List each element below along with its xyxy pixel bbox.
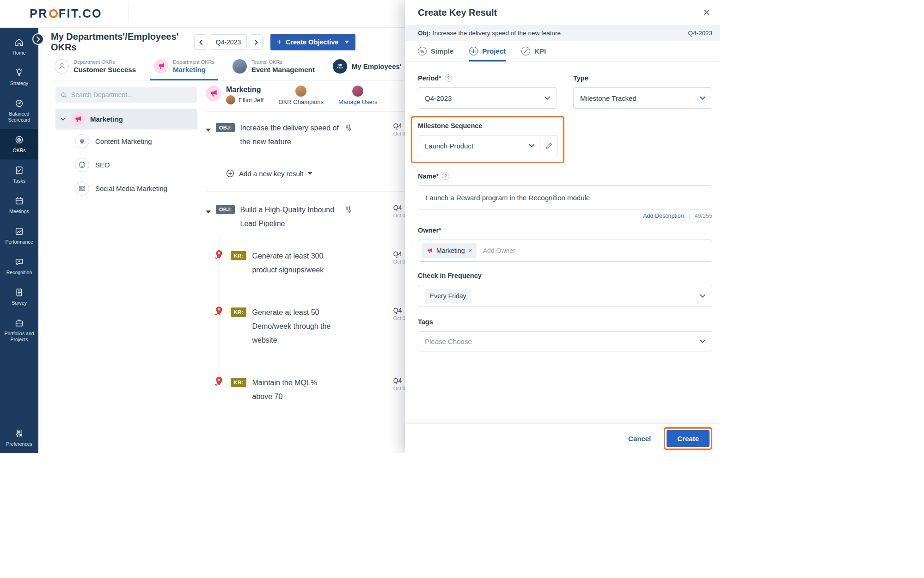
owner-placeholder: Add Owner — [483, 247, 515, 254]
key-result-date: Oct 0 — [393, 259, 405, 264]
annotation-highlight-milestone: Milestone Sequence Launch Product — [411, 116, 564, 163]
tree-item-content-marketing[interactable]: Content Marketing — [55, 129, 197, 153]
create-objective-button[interactable]: + Create Objective — [270, 34, 355, 50]
percent-icon: % — [418, 47, 427, 55]
chevron-down-icon — [344, 41, 349, 43]
edit-milestone-button[interactable] — [540, 135, 557, 156]
sidebar-item-portfolios-projects[interactable]: Portfolios and Projects — [0, 312, 38, 349]
tab-simple[interactable]: % Simple — [418, 41, 453, 61]
tree-item-marketing[interactable]: Marketing — [55, 109, 197, 129]
tab-kpi[interactable]: KPI — [521, 41, 546, 61]
tab-name: Marketing — [173, 66, 214, 74]
help-icon[interactable]: ? — [445, 74, 452, 82]
help-icon[interactable]: ? — [442, 172, 449, 180]
sidebar-item-meetings[interactable]: Meetings — [0, 190, 38, 221]
key-result-title[interactable]: Generate at least 300 product signups/we… — [252, 249, 334, 277]
tree-item-seo[interactable]: SEO — [55, 153, 197, 177]
sidebar-item-okrs[interactable]: OKRs — [0, 129, 38, 160]
tab-name: My Employees' — [352, 62, 402, 70]
collapse-caret-icon[interactable] — [206, 125, 211, 134]
tab-event-management[interactable]: Teams' OKRs Event Management — [229, 53, 318, 80]
okr-champions[interactable]: OKR Champions — [279, 86, 324, 105]
profit-co-logo: PRFIT.CO — [30, 7, 102, 20]
tree-item-label: SEO — [95, 161, 110, 169]
meetings-icon — [14, 196, 24, 206]
tree-item-social-media-marketing[interactable]: Social Media Marketing — [55, 177, 197, 200]
kpi-icon — [521, 47, 530, 55]
objective-date: Oct 0 — [393, 131, 405, 136]
tab-customer-success[interactable]: Department OKRs Customer Success — [51, 53, 140, 80]
team-owner-name: Elliot Jeff — [239, 97, 264, 104]
objective-title[interactable]: Increase the delivery speed of the new f… — [240, 121, 340, 149]
key-result-period: Q4 — [393, 377, 405, 384]
owner-field[interactable]: Marketing ✕ Add Owner — [418, 240, 712, 262]
type-select[interactable]: Milestone Tracked — [573, 87, 712, 109]
add-key-result-label: Add a new key result — [239, 170, 303, 178]
tab-marketing[interactable]: Department OKRs Marketing — [150, 53, 218, 80]
sidebar-item-survey[interactable]: Survey — [0, 282, 38, 312]
milestone-sequence-select[interactable]: Launch Product — [418, 135, 540, 156]
type-select-value: Milestone Tracked — [580, 94, 636, 102]
sidebar-expand-button[interactable] — [32, 33, 44, 45]
owner-chip-label: Marketing — [436, 247, 465, 254]
objective-date: Oct 0 — [393, 213, 405, 218]
tab-category: Department OKRs — [73, 59, 136, 65]
period-prev-button[interactable] — [194, 34, 207, 50]
chevron-down-icon — [700, 339, 705, 343]
sidebar-item-performance[interactable]: Performance — [0, 221, 38, 251]
sidebar-item-label: Portfolios and Projects — [1, 331, 37, 343]
checkin-frequency-select[interactable]: Every Friday — [418, 285, 712, 307]
manage-users-link[interactable]: Manage Users — [338, 98, 378, 105]
remove-owner-icon[interactable]: ✕ — [468, 248, 472, 254]
objective-prefix: Obj: — [418, 30, 430, 37]
sidebar-item-tasks[interactable]: Tasks — [0, 160, 38, 190]
sliders-icon[interactable] — [345, 206, 352, 215]
key-result-title[interactable]: Generate at least 50 Demo/week through t… — [252, 306, 334, 347]
key-result-type-tabs: % Simple Project KPI — [405, 41, 720, 61]
key-result-row: KR: Generate at least 50 Demo/week throu… — [206, 306, 405, 347]
tab-my-employees[interactable]: My Employees' — [329, 53, 405, 80]
key-result-row: KR: Maintain the MQL% above 70 Q4 Oct 0 — [206, 376, 405, 404]
chevron-down-icon[interactable] — [61, 117, 66, 121]
tab-project[interactable]: Project — [469, 41, 506, 61]
tags-select[interactable]: Please Choose — [418, 331, 712, 351]
manage-users[interactable]: Manage Users — [338, 86, 378, 105]
period-value[interactable]: Q4-2023 — [210, 34, 247, 50]
group-icon — [333, 59, 347, 74]
collapse-caret-icon[interactable] — [206, 207, 211, 215]
create-button[interactable]: Create — [667, 430, 710, 447]
sidebar-item-strategy[interactable]: Strategy — [0, 62, 38, 92]
period-select[interactable]: Q4-2023 — [418, 87, 557, 109]
key-result-title[interactable]: Maintain the MQL% above 70 — [252, 376, 334, 404]
name-input[interactable] — [418, 185, 712, 209]
sidebar-item-label: Preferences — [6, 441, 32, 447]
cancel-button[interactable]: Cancel — [628, 435, 651, 443]
objective-title[interactable]: Build a High-Quality Inbound Lead Pipeli… — [240, 203, 340, 231]
milestone-sequence-value: Launch Product — [425, 142, 473, 150]
close-icon[interactable]: ✕ — [701, 5, 712, 20]
sidebar-item-recognition[interactable]: Recognition — [0, 251, 38, 282]
tab-label: Simple — [431, 47, 453, 55]
create-objective-label: Create Objective — [286, 38, 338, 46]
owner-chip[interactable]: Marketing ✕ — [422, 243, 477, 258]
okrs-icon — [14, 135, 24, 145]
add-key-result-button[interactable]: Add a new key result — [226, 169, 405, 178]
sliders-icon[interactable] — [345, 124, 352, 134]
add-description-link[interactable]: Add Description — [643, 213, 684, 219]
objective-period: Q4 — [393, 204, 405, 211]
chevron-down-icon — [308, 172, 312, 175]
sidebar-item-balanced-scorecard[interactable]: Balanced Scorecard — [0, 92, 38, 129]
search-input[interactable] — [71, 91, 192, 98]
period-next-button[interactable] — [250, 34, 263, 50]
screenshot-canvas: PRFIT.CO Home Strategy Balanced Scorecar… — [0, 0, 924, 578]
survey-icon — [14, 288, 24, 297]
sidebar-item-preferences[interactable]: Preferences — [0, 423, 38, 453]
chevron-down-icon — [529, 144, 534, 148]
department-search[interactable] — [55, 87, 197, 103]
sidebar-item-label: OKRs — [12, 148, 25, 154]
chevron-down-icon — [700, 294, 705, 298]
megaphone-icon — [426, 247, 433, 254]
logo-text-pre: PR — [30, 7, 48, 20]
checkin-pin-icon — [214, 306, 225, 317]
period-navigator: Q4-2023 — [194, 34, 263, 50]
